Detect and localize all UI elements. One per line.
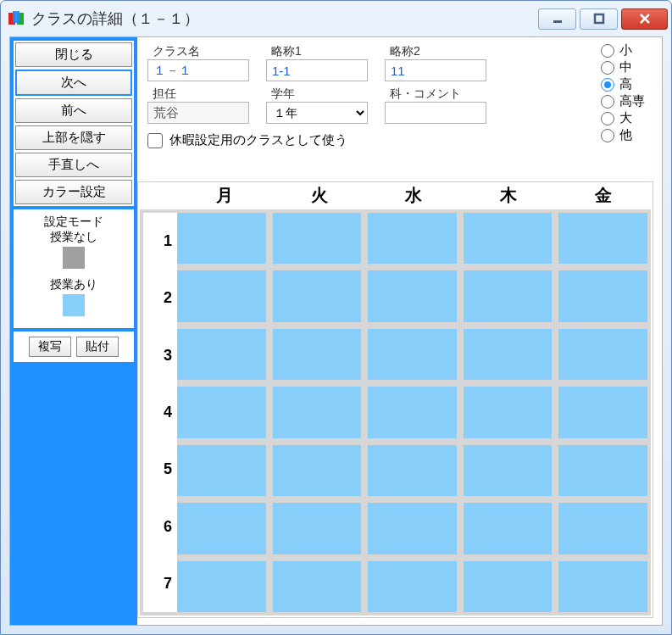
timetable-cell[interactable] <box>273 213 362 264</box>
school-level-radio[interactable]: 小 <box>601 42 645 58</box>
day-header: 月 <box>177 184 272 209</box>
timetable-cell[interactable] <box>558 329 647 380</box>
mode-no-class-label: 授業なし <box>17 230 131 245</box>
timetable-body: 1234567 <box>140 209 651 616</box>
timetable-cell[interactable] <box>464 503 553 554</box>
radio-label: 他 <box>619 127 632 143</box>
close-button[interactable]: 閉じる <box>15 42 132 67</box>
period-label: 7 <box>143 555 177 612</box>
period-label: 3 <box>143 327 177 384</box>
radio-icon <box>601 112 614 125</box>
radio-label: 高専 <box>619 93 645 109</box>
copy-button[interactable]: 複写 <box>29 337 71 357</box>
vacation-checkbox-row[interactable]: 休暇設定用のクラスとして使う <box>147 132 652 148</box>
window-buttons <box>538 8 668 30</box>
timetable-row <box>177 445 647 496</box>
timetable-cell[interactable] <box>273 329 362 380</box>
timetable-cell[interactable] <box>368 445 457 496</box>
vacation-checkbox-label: 休暇設定用のクラスとして使う <box>169 132 347 148</box>
school-level-radio[interactable]: 高専 <box>601 93 645 109</box>
timetable-cell[interactable] <box>558 213 647 264</box>
rework-button[interactable]: 手直しへ <box>15 153 132 177</box>
timetable-header: 月 火 水 木 金 <box>140 184 651 209</box>
minimize-button[interactable] <box>538 8 576 30</box>
timetable-cell[interactable] <box>464 270 553 321</box>
timetable-cell[interactable] <box>177 561 266 612</box>
mode-has-class-label: 授業あり <box>17 277 131 292</box>
color-settings-button[interactable]: カラー設定 <box>15 180 132 204</box>
abbr1-field[interactable] <box>266 59 368 81</box>
timetable-cell[interactable] <box>558 561 647 612</box>
timetable-cell[interactable] <box>558 503 647 554</box>
paste-button[interactable]: 貼付 <box>76 337 119 357</box>
day-header: 水 <box>367 184 462 209</box>
timetable-cell[interactable] <box>464 387 553 437</box>
has-class-swatch[interactable] <box>63 294 85 316</box>
timetable-cell[interactable] <box>177 445 266 496</box>
teacher-field[interactable] <box>147 102 249 124</box>
abbr2-field[interactable] <box>385 59 486 81</box>
timetable-cell[interactable] <box>368 329 457 380</box>
timetable-cell[interactable] <box>273 561 362 612</box>
hide-top-button[interactable]: 上部を隠す <box>15 125 132 150</box>
timetable-row <box>177 213 647 264</box>
close-window-button[interactable] <box>621 8 668 30</box>
timetable-cell[interactable] <box>273 270 362 321</box>
timetable-cell[interactable] <box>368 561 457 612</box>
timetable-cell[interactable] <box>464 561 553 612</box>
timetable-cell[interactable] <box>368 270 457 321</box>
timetable-cell[interactable] <box>177 387 266 437</box>
timetable-row <box>177 329 647 380</box>
school-level-radio[interactable]: 中 <box>601 59 645 75</box>
timetable-cell[interactable] <box>558 445 647 496</box>
titlebar[interactable]: クラスの詳細（１－１） <box>1 1 671 36</box>
timetable-cell[interactable] <box>368 213 457 264</box>
school-level-radio[interactable]: 他 <box>601 127 645 143</box>
timetable-cell[interactable] <box>177 329 266 380</box>
timetable-cell[interactable] <box>273 445 362 496</box>
abbr1-label: 略称1 <box>266 44 368 59</box>
timetable-rows <box>177 213 647 612</box>
timetable: 月 火 水 木 金 1234567 <box>137 181 653 618</box>
school-level-radio[interactable]: 高 <box>601 76 645 92</box>
radio-label: 小 <box>619 42 632 58</box>
radio-label: 大 <box>619 110 632 126</box>
radio-icon <box>601 44 614 58</box>
timetable-cell[interactable] <box>368 387 457 437</box>
timetable-cell[interactable] <box>273 387 362 437</box>
timetable-cell[interactable] <box>177 213 266 264</box>
dept-field[interactable] <box>385 102 486 124</box>
period-labels: 1234567 <box>143 213 177 612</box>
abbr2-label: 略称2 <box>385 44 486 59</box>
timetable-cell[interactable] <box>464 213 553 264</box>
copy-paste-row: 複写 貼付 <box>14 331 134 362</box>
timetable-cell[interactable] <box>273 503 362 554</box>
timetable-cell[interactable] <box>177 503 266 554</box>
svg-rect-2 <box>13 11 19 23</box>
timetable-cell[interactable] <box>558 270 647 321</box>
grid-corner <box>140 184 177 209</box>
app-icon <box>8 10 25 27</box>
timetable-cell[interactable] <box>464 329 553 380</box>
school-level-radio[interactable]: 大 <box>601 110 645 126</box>
maximize-button[interactable] <box>580 8 618 30</box>
mode-panel: 設定モード 授業なし 授業あり <box>14 209 134 328</box>
no-class-swatch[interactable] <box>63 247 85 269</box>
prev-button[interactable]: 前へ <box>15 98 132 123</box>
timetable-cell[interactable] <box>177 270 266 321</box>
timetable-cell[interactable] <box>464 445 553 496</box>
period-label: 6 <box>143 498 177 554</box>
radio-icon <box>601 61 614 75</box>
period-label: 2 <box>143 270 177 326</box>
radio-label: 高 <box>619 76 632 92</box>
next-button[interactable]: 次へ <box>15 70 132 96</box>
timetable-cell[interactable] <box>368 503 457 554</box>
class-name-label: クラス名 <box>147 44 249 59</box>
sidebar: 閉じる 次へ 前へ 上部を隠す 手直しへ カラー設定 設定モード 授業なし 授業… <box>10 37 137 625</box>
vacation-checkbox[interactable] <box>147 133 163 148</box>
dept-label: 科・コメント <box>385 86 486 102</box>
teacher-label: 担任 <box>147 86 249 102</box>
grade-select[interactable]: １年 <box>266 102 368 124</box>
timetable-cell[interactable] <box>558 387 647 437</box>
class-name-field[interactable] <box>147 59 249 81</box>
